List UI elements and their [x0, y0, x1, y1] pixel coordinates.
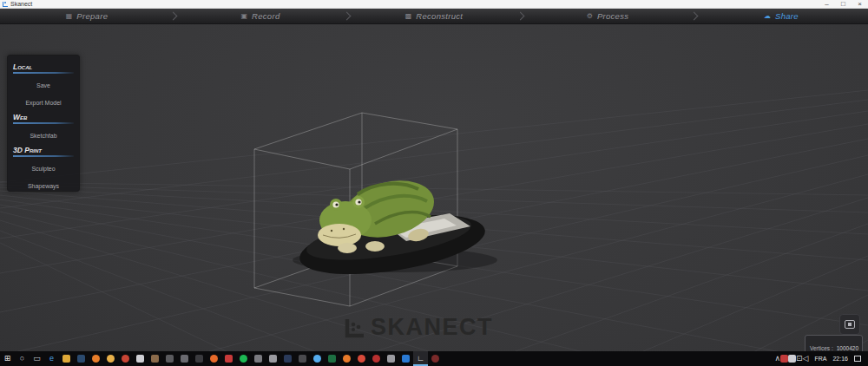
vertices-value: 1000420 — [837, 345, 858, 351]
workflow-tabbar: ▦ Prepare ▣ Record ▩ Reconstruct ⚙ Proce… — [0, 9, 868, 24]
app-dark-icon[interactable] — [192, 351, 207, 366]
prepare-icon: ▦ — [66, 13, 73, 20]
reconstruct-icon: ▩ — [405, 13, 412, 20]
sculpteo-button[interactable]: Sculpteo — [13, 160, 74, 177]
app-reddot-icon[interactable] — [369, 351, 384, 366]
app-light-icon[interactable] — [266, 351, 280, 366]
skanect-watermark: SKANECT — [344, 316, 493, 339]
title-bar: Skanect – □ × — [0, 0, 868, 9]
app-cube-icon[interactable] — [251, 351, 266, 366]
image-app-icon[interactable] — [295, 351, 310, 366]
app-red2-icon[interactable] — [354, 351, 369, 366]
spotify-icon[interactable] — [236, 351, 251, 366]
app-gray-icon[interactable] — [162, 351, 177, 366]
skanect-window: Skanect – □ × ▦ Prepare ▣ Record ▩ Recon… — [0, 0, 868, 366]
app-orange-icon[interactable] — [339, 351, 354, 366]
camera-icon — [845, 320, 855, 329]
taskbar-icons: ⊞ ○ ▭ e — [0, 351, 443, 366]
scene-canvas — [0, 24, 868, 351]
app-red-icon[interactable] — [118, 351, 133, 366]
section-underline — [13, 72, 74, 74]
twitter-icon[interactable] — [310, 351, 325, 366]
snapshot-button[interactable] — [839, 314, 860, 335]
tray-expand-icon[interactable]: ∧ — [774, 355, 780, 363]
volume-icon[interactable]: ◁ — [803, 355, 809, 363]
vertices-stat: Vertices : 1000420 — [809, 345, 858, 351]
share-cloud-icon: ☁ — [764, 13, 771, 20]
windows-taskbar: ⊞ ○ ▭ e — [0, 351, 868, 366]
tab-record[interactable]: ▣ Record — [174, 9, 347, 23]
tray-icons: ∧ ⊡ ◁ — [774, 355, 808, 363]
steam-icon[interactable] — [177, 351, 192, 366]
action-center-icon[interactable] — [854, 356, 861, 362]
section-header-web: Web — [13, 113, 74, 121]
excel-icon[interactable] — [325, 351, 339, 366]
process-gear-icon: ⚙ — [587, 13, 593, 20]
section-header-3d-print: 3D Print — [13, 146, 74, 154]
app-amber-icon[interactable] — [103, 351, 118, 366]
clock[interactable]: 22:16 — [832, 356, 848, 362]
maximize-button[interactable]: □ — [835, 0, 852, 9]
visual-studio-icon[interactable] — [398, 351, 413, 366]
system-tray: ∧ ⊡ ◁ — [774, 351, 868, 366]
edge-browser-icon[interactable]: e — [44, 351, 59, 366]
window-title: Skanect — [10, 0, 32, 9]
file-explorer-icon[interactable] — [59, 351, 74, 366]
viewport-3d[interactable]: SKANECT Local Save Export Model Web Sket… — [0, 24, 868, 351]
cortana-search-icon[interactable]: ○ — [15, 351, 30, 366]
tray-light-app-icon[interactable] — [788, 355, 796, 363]
language-indicator[interactable]: FRA — [814, 356, 826, 362]
app-crimson-icon[interactable] — [221, 351, 236, 366]
save-button[interactable]: Save — [13, 76, 74, 94]
skanect-watermark-logo-icon — [344, 317, 366, 339]
start-button[interactable]: ⊞ — [0, 351, 15, 366]
tab-prepare[interactable]: ▦ Prepare — [0, 9, 174, 23]
phone2-app-icon[interactable] — [384, 351, 398, 366]
export-model-button[interactable]: Export Model — [13, 94, 74, 111]
photos-app-icon[interactable] — [74, 351, 89, 366]
sketchfab-button[interactable]: Sketchfab — [13, 127, 74, 144]
task-view-icon[interactable]: ▭ — [30, 351, 44, 366]
tray-red-app-icon[interactable] — [780, 355, 788, 363]
tab-share[interactable]: ☁ Share — [694, 9, 868, 23]
app-flame-icon[interactable] — [207, 351, 221, 366]
section-header-local: Local — [13, 62, 74, 71]
watermark-text: SKANECT — [371, 316, 493, 339]
skanect-app-icon[interactable]: ∟ — [413, 351, 428, 366]
section-underline — [13, 122, 74, 124]
browser-orange-icon[interactable] — [89, 351, 103, 366]
app-navy-icon[interactable] — [280, 351, 295, 366]
section-underline — [13, 155, 74, 157]
network-icon[interactable]: ⊡ — [796, 355, 803, 363]
app-darkred-icon[interactable] — [428, 351, 443, 366]
shapeways-button[interactable]: Shapeways — [13, 177, 74, 194]
tab-reconstruct[interactable]: ▩ Reconstruct — [347, 9, 521, 23]
tab-process[interactable]: ⚙ Process — [521, 9, 694, 23]
minimize-button[interactable]: – — [819, 0, 835, 9]
skanect-logo-icon — [3, 2, 8, 7]
close-button[interactable]: × — [852, 0, 868, 9]
app-brown-icon[interactable] — [148, 351, 162, 366]
scanned-model — [293, 172, 497, 284]
share-panel: Local Save Export Model Web Sketchfab 3D… — [7, 55, 80, 192]
record-icon: ▣ — [241, 13, 248, 20]
phone-app-icon[interactable] — [133, 351, 148, 366]
